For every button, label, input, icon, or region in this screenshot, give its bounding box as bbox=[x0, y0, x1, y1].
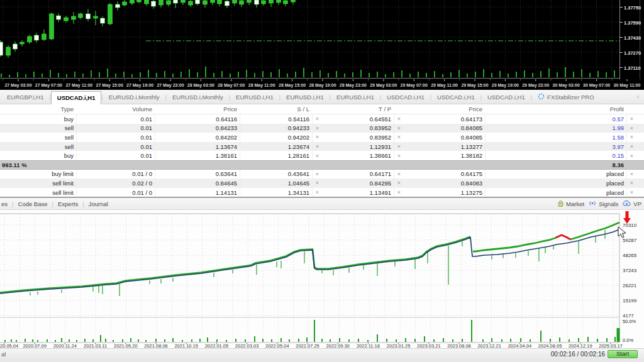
remove-sl-button[interactable]: × bbox=[313, 178, 322, 188]
toolbox-tab-experts[interactable]: Experts bbox=[58, 200, 78, 207]
table-row[interactable]: buy0.010.641160.54116×0.64551×0.641730.5… bbox=[0, 114, 644, 124]
remove-sl-button[interactable]: × bbox=[313, 114, 322, 124]
remove-tp-button[interactable]: × bbox=[394, 178, 404, 188]
cell-tp: 0.83952 bbox=[322, 133, 394, 142]
cell-current-price: 0.64175 bbox=[404, 170, 486, 179]
col-header-volume: Volume bbox=[77, 104, 155, 114]
cell-price: 1.14131 bbox=[155, 188, 240, 197]
remove-tp-button[interactable]: × bbox=[394, 142, 404, 151]
chart-tab-fxstabilizer-pro[interactable]: FXStabilizer PRO bbox=[532, 91, 599, 104]
remove-tp-button[interactable]: × bbox=[394, 114, 404, 124]
svg-text:30 May 03:00: 30 May 03:00 bbox=[553, 83, 580, 88]
chart-tab-label: EURGBP.i,H1 bbox=[7, 94, 43, 101]
cell-price: 0.84233 bbox=[155, 124, 240, 133]
table-row[interactable]: buy0.011.381611.28161×1.38661×1.381820.1… bbox=[0, 151, 644, 160]
cell-profit: placed bbox=[486, 188, 627, 197]
cell-volume: 0.02 / 0 bbox=[77, 178, 155, 188]
svg-text:2022.11.18: 2022.11.18 bbox=[357, 343, 380, 348]
col-header-profit: Profit bbox=[486, 104, 627, 114]
cell-profit: 0.57 bbox=[486, 114, 627, 124]
close-position-button[interactable]: × bbox=[627, 188, 636, 197]
svg-text:28 May 23:00: 28 May 23:00 bbox=[340, 83, 367, 88]
chart-tab-eurusd-i-monthly[interactable]: EURUSD.i,Monthly bbox=[103, 91, 165, 104]
chart-tab-usdcad-i-h1[interactable]: USDCAD.i,H1 bbox=[482, 91, 531, 104]
table-row[interactable]: sell0.010.842020.94202×0.83952×0.840851.… bbox=[0, 133, 644, 142]
svg-text:50.0%: 50.0% bbox=[623, 319, 636, 324]
table-row[interactable]: sell limit0.01 / 01.141311.34131×1.13491… bbox=[0, 188, 644, 197]
remove-sl-button[interactable]: × bbox=[313, 124, 322, 133]
toolbox-vp-button[interactable]: VP bbox=[622, 200, 641, 208]
svg-text:2020.07.09: 2020.07.09 bbox=[23, 343, 47, 348]
cell-volume: 0.01 / 0 bbox=[77, 188, 155, 197]
svg-text:48265: 48265 bbox=[623, 253, 637, 258]
svg-text:2024.04.04: 2024.04.04 bbox=[508, 343, 532, 348]
svg-text:2022.07.25: 2022.07.25 bbox=[296, 343, 319, 348]
candlestick-chart[interactable]: 1.377501.375901.374301.372701.37110 bbox=[0, 0, 644, 79]
cell-type: buy bbox=[0, 114, 77, 124]
cell-type: sell limit bbox=[0, 188, 77, 197]
close-position-button[interactable]: × bbox=[627, 133, 636, 142]
remove-tp-button[interactable]: × bbox=[394, 170, 404, 179]
svg-text:27 May 03:00: 27 May 03:00 bbox=[4, 83, 31, 88]
remove-tp-button[interactable]: × bbox=[394, 124, 404, 133]
svg-text:2021.10.15: 2021.10.15 bbox=[174, 343, 198, 348]
chart-tab-eurusd-i-monthly[interactable]: EURUSD.i,Monthly bbox=[167, 91, 229, 104]
svg-text:59287: 59287 bbox=[623, 238, 637, 243]
cell-tp: 1.38661 bbox=[322, 151, 394, 160]
cell-price: 1.13674 bbox=[155, 142, 240, 151]
table-row[interactable]: sell0.010.842330.94233×0.83952×0.840851.… bbox=[0, 124, 644, 133]
close-position-button[interactable]: × bbox=[627, 178, 636, 188]
cell-type: buy limit bbox=[0, 170, 77, 179]
vps-cloud-icon bbox=[622, 200, 631, 208]
cell-sl: 0.94202 bbox=[240, 133, 313, 142]
remove-sl-button[interactable]: × bbox=[313, 170, 322, 179]
remove-tp-button[interactable]: × bbox=[394, 151, 404, 160]
remove-sl-button[interactable]: × bbox=[313, 133, 322, 142]
chart-tab-eurusd-i-h1[interactable]: EURUSD.i,H1 bbox=[331, 91, 380, 104]
remove-tp-button[interactable]: × bbox=[394, 188, 404, 197]
close-position-button[interactable]: × bbox=[627, 124, 636, 133]
tester-equity-chart[interactable]: 703105928748265372432622115199417750.0%0… bbox=[0, 210, 644, 348]
start-button[interactable]: Start bbox=[608, 350, 638, 358]
remove-sl-button[interactable]: × bbox=[313, 142, 322, 151]
cell-current-price: 0.84085 bbox=[404, 124, 486, 133]
cell-sl: 0.94233 bbox=[240, 124, 313, 133]
price-label: 1.37590 bbox=[624, 19, 641, 25]
svg-text:2023.12.21: 2023.12.21 bbox=[477, 343, 501, 348]
close-position-button[interactable]: × bbox=[627, 151, 636, 160]
table-row[interactable]: buy limit0.01 / 00.636410.43641×0.64171×… bbox=[0, 170, 644, 179]
col-header-tp: T / P bbox=[322, 104, 394, 114]
table-row[interactable]: sell0.011.136741.23674×1.12931×1.132773.… bbox=[0, 142, 644, 151]
close-position-button[interactable]: × bbox=[627, 114, 636, 124]
toolbox-tab-code-base[interactable]: Code Base bbox=[18, 200, 48, 207]
toolbox-tab-journal[interactable]: Journal bbox=[89, 200, 108, 207]
remove-sl-button[interactable]: × bbox=[313, 188, 322, 197]
svg-text:29 May 11:00: 29 May 11:00 bbox=[431, 83, 458, 88]
close-position-button[interactable]: × bbox=[627, 142, 636, 151]
price-label: 1.37110 bbox=[624, 65, 641, 70]
tab-separator: | bbox=[82, 200, 84, 207]
close-position-button[interactable]: × bbox=[627, 170, 636, 179]
remove-sl-button[interactable]: × bbox=[313, 151, 322, 160]
cell-type: sell bbox=[0, 133, 77, 142]
svg-text:2024.08.05: 2024.08.05 bbox=[538, 343, 562, 348]
chart-tab-usdcad-i-h1[interactable]: USDCAD.i,H1 bbox=[431, 91, 480, 104]
chart-tab-label: EURUSD.i,H1 bbox=[286, 94, 324, 101]
chart-tab-usdcad-i-h1[interactable]: USDCAD.i,H1 bbox=[51, 91, 102, 104]
chart-tab-eurgbp-i-h1[interactable]: EURGBP.i,H1 bbox=[1, 91, 49, 104]
cell-price: 0.63641 bbox=[155, 170, 240, 179]
chart-tab-usdcad-i-h1[interactable]: USDCAD.i,H1 bbox=[381, 91, 430, 104]
toolbox-tab-es[interactable]: es bbox=[1, 200, 8, 207]
toolbox-signals-button[interactable]: Signals bbox=[588, 200, 618, 208]
remove-tp-button[interactable]: × bbox=[394, 133, 404, 142]
svg-text:29 May 15:00: 29 May 15:00 bbox=[461, 83, 488, 88]
toolbox-market-button[interactable]: Market bbox=[557, 200, 584, 208]
chart-tab-eurusd-i-h1[interactable]: EURUSD.i,H1 bbox=[280, 91, 330, 104]
table-row[interactable]: sell limit0.02 / 00.846451.04645×0.84295… bbox=[0, 178, 644, 188]
chart-tab-label: EURUSD.i,Monthly bbox=[109, 94, 160, 101]
price-axis: 1.377501.375901.374301.372701.37110 bbox=[619, 0, 644, 79]
toolbox-tab-bar: es|Code Base|Experts|Journal MarketSigna… bbox=[0, 198, 644, 210]
tab-scroll-arrow[interactable]: ‹ bbox=[637, 93, 639, 100]
chart-tab-eurusd-i-h1[interactable]: EURUSD.i,H1 bbox=[230, 91, 279, 104]
cell-type: sell limit bbox=[0, 178, 77, 188]
